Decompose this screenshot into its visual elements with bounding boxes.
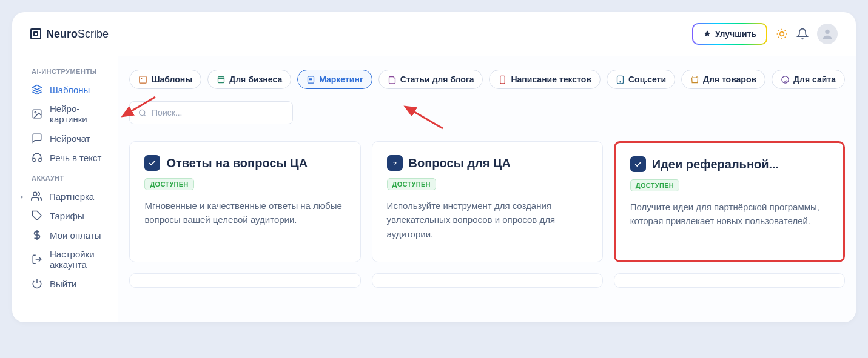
sidebar-item-label: Настройки аккаунта (50, 249, 106, 270)
logo-text: NeuroScribe (46, 28, 109, 41)
sidebar-item-settings[interactable]: Настройки аккаунта (25, 245, 112, 274)
svg-point-0 (780, 32, 784, 36)
card-referral[interactable]: Идеи реферальной... ДОСТУПЕН Получите ид… (614, 141, 845, 262)
svg-point-17 (782, 76, 789, 82)
chip-label: Для сайта (793, 75, 836, 84)
sidebar-item-label: Шаблоны (50, 85, 90, 95)
status-badge: ДОСТУПЕН (144, 178, 193, 190)
upgrade-label: Улучшить (715, 29, 756, 39)
chip-label: Статьи для блога (400, 75, 474, 84)
svg-point-5 (33, 192, 37, 196)
svg-point-18 (140, 110, 145, 115)
card-peek[interactable] (129, 273, 360, 288)
sidebar-item-label: Мои оплаты (50, 230, 101, 240)
sidebar-item-label: Тарифы (50, 211, 84, 221)
svg-rect-11 (218, 76, 224, 82)
sidebar-item-chat[interactable]: Нейрочат (25, 128, 112, 148)
image-icon (32, 108, 42, 119)
chip-label: Шаблоны (151, 75, 192, 84)
check-badge-icon (630, 156, 646, 172)
card-desc: Получите идеи для партнёрской программы,… (630, 200, 829, 228)
sidebar-section-account: АККАУНТ (25, 167, 112, 187)
products-chip-icon (690, 75, 699, 84)
chip-products[interactable]: Для товаров (681, 70, 765, 89)
question-badge-icon: ? (387, 155, 403, 171)
svg-line-19 (144, 114, 146, 116)
chip-marketing[interactable]: Маркетинг (297, 70, 372, 89)
exit-icon (32, 254, 42, 265)
card-answers[interactable]: Ответы на вопросы ЦА ДОСТУПЕН Мгновенные… (129, 141, 360, 262)
chevron-right-icon: ▸ (21, 193, 24, 200)
chip-social[interactable]: Соц.сети (607, 70, 675, 89)
headphones-icon (32, 152, 42, 163)
upgrade-button[interactable]: Улучшить (692, 23, 767, 45)
card-title: Ответы на вопросы ЦА (166, 156, 308, 170)
power-icon (32, 278, 42, 289)
svg-point-1 (825, 30, 829, 34)
chip-label: Написание текстов (511, 75, 591, 84)
users-icon (31, 191, 42, 202)
card-title: Вопросы для ЦА (409, 156, 511, 170)
card-peek[interactable] (614, 273, 845, 288)
chip-label: Маркетинг (319, 75, 363, 84)
sidebar-item-speech[interactable]: Речь в текст (25, 148, 112, 167)
sidebar-item-templates[interactable]: Шаблоны (25, 80, 112, 99)
svg-rect-10 (140, 76, 146, 82)
chip-business[interactable]: Для бизнеса (207, 70, 291, 89)
svg-text:?: ? (393, 161, 397, 167)
search-wrap (129, 101, 845, 124)
sidebar-section-ai: AI-ИНСТРУМЕНТЫ (25, 61, 112, 80)
logo-icon (30, 28, 41, 39)
sidebar-item-affiliate[interactable]: ▸ Партнерка (25, 187, 112, 206)
cards-grid: Ответы на вопросы ЦА ДОСТУПЕН Мгновенные… (129, 141, 845, 262)
chat-icon (32, 133, 42, 144)
filter-row: Шаблоны Для бизнеса Маркетинг Статьи для… (129, 70, 845, 89)
sidebar-item-logout[interactable]: Выйти (25, 274, 112, 293)
svg-rect-14 (500, 76, 505, 84)
sidebar-item-label: Партнерка (49, 191, 94, 202)
chip-blog[interactable]: Статьи для блога (378, 70, 483, 89)
card-title: Идеи реферальной... (652, 157, 779, 171)
card-questions[interactable]: ? Вопросы для ЦА ДОСТУПЕН Используйте ин… (372, 141, 603, 262)
search-input[interactable] (152, 108, 284, 118)
sidebar-item-label: Выйти (50, 279, 76, 289)
chip-all-templates[interactable]: Шаблоны (129, 70, 201, 89)
card-peek[interactable] (372, 273, 603, 288)
sidebar-item-label: Нейрочат (50, 133, 90, 144)
chip-website[interactable]: Для сайта (772, 70, 845, 89)
svg-marker-2 (33, 85, 42, 90)
svg-point-4 (35, 111, 36, 113)
logo[interactable]: NeuroScribe (30, 28, 109, 41)
writing-chip-icon (498, 75, 507, 84)
status-badge: ДОСТУПЕН (387, 178, 436, 190)
sidebar-item-payments[interactable]: Мои оплаты (25, 225, 112, 245)
chip-label: Для бизнеса (229, 75, 282, 84)
body: AI-ИНСТРУМЕНТЫ Шаблоны Нейро-картинки Не… (12, 56, 856, 322)
theme-toggle-icon[interactable] (776, 28, 788, 40)
sidebar-item-label: Нейро-картинки (50, 104, 106, 124)
blog-chip-icon (388, 75, 397, 84)
main: Шаблоны Для бизнеса Маркетинг Статьи для… (118, 56, 856, 322)
cards-next-row (129, 273, 845, 288)
sidebar-item-images[interactable]: Нейро-картинки (25, 99, 112, 128)
notifications-icon[interactable] (796, 28, 809, 40)
templates-chip-icon (138, 75, 147, 84)
sidebar-item-label: Речь в текст (50, 153, 101, 163)
check-badge-icon (144, 155, 160, 171)
sidebar-item-pricing[interactable]: Тарифы (25, 206, 112, 225)
svg-point-16 (620, 81, 621, 82)
search-icon (138, 108, 147, 118)
header: NeuroScribe Улучшить (12, 12, 856, 56)
chip-writing[interactable]: Написание текстов (489, 70, 601, 89)
card-desc: Используйте инструмент для создания увле… (387, 199, 588, 241)
app-window: NeuroScribe Улучшить AI-ИНСТРУМЕНТЫ Шабл… (12, 12, 856, 322)
header-actions: Улучшить (692, 23, 838, 45)
sidebar: AI-ИНСТРУМЕНТЫ Шаблоны Нейро-картинки Не… (12, 56, 118, 322)
avatar[interactable] (817, 24, 838, 44)
user-icon (821, 27, 834, 41)
business-chip-icon (217, 75, 226, 84)
layers-icon (32, 84, 42, 95)
search-box[interactable] (129, 101, 293, 124)
chip-label: Для товаров (703, 75, 756, 84)
dollar-icon (32, 230, 42, 240)
